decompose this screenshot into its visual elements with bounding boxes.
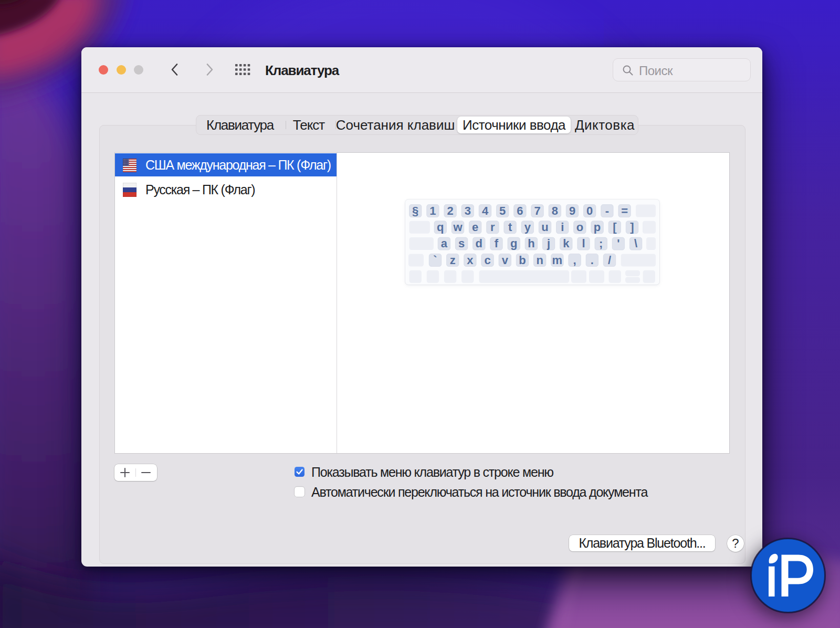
svg-text:x: x [467,254,474,267]
svg-text:f: f [495,237,499,250]
svg-text:[: [ [613,221,617,234]
svg-text:u: u [541,221,548,234]
svg-text:/: / [608,254,611,267]
svg-text:,: , [573,254,576,267]
svg-text:3: 3 [465,204,471,217]
svg-text:0: 0 [586,204,593,217]
svg-text:v: v [502,254,509,267]
svg-text:p: p [594,221,601,234]
svg-text:`: ` [433,254,437,267]
svg-text:r: r [490,221,495,234]
svg-text:k: k [563,237,570,250]
svg-text:.: . [591,254,594,267]
svg-text:i: i [561,221,564,234]
svg-text:b: b [519,254,526,267]
svg-text:d: d [476,237,482,250]
svg-text:7: 7 [534,204,540,217]
svg-text:q: q [437,221,444,234]
svg-text:w: w [453,221,463,234]
svg-text:z: z [450,254,456,267]
svg-text:\: \ [634,237,637,250]
svg-text:s: s [458,237,465,250]
svg-text:§: § [412,204,418,217]
svg-text:5: 5 [499,204,506,217]
svg-text:2: 2 [447,204,453,217]
svg-text:6: 6 [517,204,523,217]
svg-text:1: 1 [429,204,436,217]
svg-text:=: = [621,204,628,217]
svg-text:9: 9 [569,204,575,217]
svg-text:g: g [510,237,517,250]
svg-text:h: h [528,237,534,250]
svg-text:m: m [552,254,563,267]
svg-text:4: 4 [482,204,489,217]
svg-text:n: n [536,254,543,267]
svg-text:8: 8 [552,204,558,217]
svg-text:y: y [524,221,531,234]
svg-text:a: a [441,237,448,250]
svg-text:;: ; [599,237,603,250]
svg-text:c: c [484,254,490,267]
svg-text:]: ] [630,221,634,234]
svg-text:l: l [582,237,585,250]
svg-text:e: e [472,221,478,234]
svg-text:': ' [617,237,620,250]
svg-text:j: j [547,237,550,250]
svg-text:-: - [605,204,609,217]
svg-text:t: t [508,221,512,234]
svg-text:o: o [576,221,583,234]
